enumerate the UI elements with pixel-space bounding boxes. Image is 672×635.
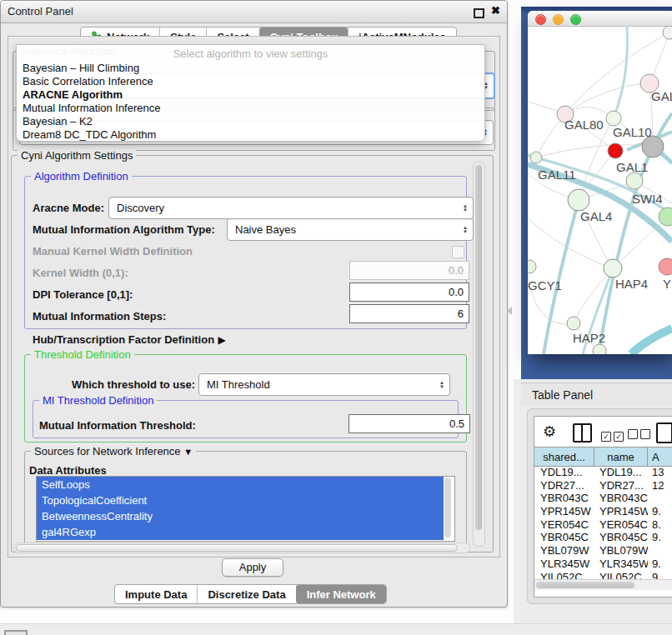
deselect-all-columns-button[interactable]	[628, 428, 650, 442]
network-node-label: GAL4	[580, 209, 612, 223]
mi-threshold-input[interactable]: 0.5	[349, 414, 470, 433]
column-header-shared-name[interactable]: shared...	[534, 448, 594, 466]
network-node[interactable]	[528, 260, 536, 273]
table-cell: YLR345W	[594, 558, 648, 571]
hub-definition-expander[interactable]: Hub/Transcription Factor Definition ▶	[33, 332, 226, 347]
network-node-label: GAL10	[613, 125, 652, 139]
close-traffic-light-icon[interactable]	[535, 14, 546, 25]
network-window-titlebar	[528, 11, 672, 27]
table-cell: 13	[648, 466, 672, 479]
data-attributes-label: Data Attributes	[29, 464, 107, 477]
combo-stepper-icon: ▲▼	[439, 381, 449, 389]
window-title: Control Panel	[8, 1, 73, 22]
network-node[interactable]	[530, 152, 542, 163]
sources-group-label[interactable]: Sources for Network Inference ▼	[31, 445, 196, 458]
network-node[interactable]	[626, 172, 643, 189]
network-edge[interactable]	[528, 155, 672, 215]
scrollbar-thumb[interactable]	[536, 582, 634, 588]
menu-item-aracne[interactable]: ARACNE Algorithm	[17, 88, 484, 102]
settings-horizontal-scrollbar[interactable]	[13, 542, 470, 553]
export-table-button[interactable]	[656, 422, 672, 443]
network-node[interactable]	[567, 317, 580, 330]
panel-splitter-handle[interactable]	[507, 307, 512, 315]
mi-type-label: Mutual Information Algorithm Type:	[33, 223, 215, 236]
network-edge[interactable]	[631, 328, 672, 354]
settings-vertical-scrollbar[interactable]	[473, 162, 485, 547]
tab-discretize-data[interactable]: Discretize Data	[197, 585, 295, 603]
network-canvas[interactable]: GAL8GAL80GAL10GAL11GAL1SWI4GAL4GCY1HAP4Y…	[528, 26, 672, 354]
network-edge[interactable]	[614, 26, 627, 118]
table-row[interactable]: YPR145WYPR145W9.	[534, 505, 672, 518]
table-row[interactable]: YBR043CYBR043C	[534, 492, 672, 505]
which-threshold-combo[interactable]: MI Threshold ▲▼	[198, 373, 450, 396]
menu-item-mutual-information[interactable]: Mutual Information Inference	[17, 102, 484, 115]
menu-item-dream8[interactable]: Dream8 DC_TDC Algorithm	[17, 128, 484, 142]
table-row[interactable]: YBR045CYBR045C9.	[534, 531, 672, 544]
unchecked-checkbox-icon	[628, 429, 638, 439]
menu-item-bayesian-k2[interactable]: Bayesian – K2	[17, 115, 484, 128]
apply-button[interactable]: Apply	[222, 558, 283, 577]
attribute-list-item[interactable]: BetweennessCentrality	[37, 508, 444, 524]
table-cell	[648, 492, 672, 505]
network-node[interactable]	[606, 111, 621, 126]
network-node[interactable]	[604, 259, 622, 278]
tab-infer-network[interactable]: Infer Network	[296, 585, 386, 603]
column-header-partial[interactable]: A	[648, 448, 672, 466]
float-window-icon[interactable]	[474, 8, 484, 18]
column-header-name[interactable]: name	[594, 448, 648, 466]
mi-type-combo[interactable]: Naive Bayes ▲▼	[227, 218, 474, 241]
dpi-tolerance-input[interactable]: 0.0	[349, 282, 469, 302]
minimize-traffic-light-icon[interactable]	[553, 14, 564, 25]
table-row[interactable]: YBL079WYBL079W	[534, 544, 672, 558]
network-node[interactable]	[663, 26, 672, 39]
table-settings-button[interactable]: ⚙	[543, 423, 556, 440]
attribute-list-item[interactable]: SelfLoops	[37, 477, 444, 492]
threshold-definition-label: Threshold Definition	[31, 348, 134, 361]
table-row[interactable]: YDR27...YDR27...12	[534, 479, 672, 492]
table-row[interactable]: YLR345WYLR345W9.	[534, 558, 672, 571]
table-horizontal-scrollbar[interactable]	[534, 579, 672, 590]
network-node-label: Y	[663, 277, 671, 291]
network-node[interactable]	[593, 344, 606, 354]
network-node[interactable]	[659, 258, 672, 275]
mi-type-value: Naive Bayes	[235, 223, 296, 236]
bottom-tabbar: Impute Data Discretize Data Infer Networ…	[114, 584, 387, 604]
tab-infer-network-label: Infer Network	[307, 588, 376, 601]
dpi-tolerance-label: DPI Tolerance [0,1]:	[33, 288, 133, 301]
checked-checkbox-icon: ✓	[614, 432, 624, 442]
manual-kernel-checkbox[interactable]	[452, 246, 464, 258]
close-icon[interactable]: ✖	[491, 4, 500, 17]
combo-stepper-icon: ▲▼	[463, 204, 473, 212]
scrollbar-thumb[interactable]	[16, 544, 458, 552]
scrollbar-thumb[interactable]	[475, 165, 482, 530]
table-cell: YDL19...	[534, 466, 594, 479]
network-node[interactable]	[608, 143, 623, 158]
menu-item-basic-correlation[interactable]: Basic Correlation Inference	[17, 75, 484, 88]
sources-label-text: Sources for Network Inference	[34, 445, 181, 458]
table-cell: 12	[648, 479, 672, 492]
table-cell: 8.	[648, 518, 672, 532]
select-all-columns-button[interactable]: ✓✓	[601, 428, 624, 442]
aracne-mode-combo[interactable]: Discovery ▲▼	[108, 197, 474, 219]
network-node[interactable]	[568, 189, 589, 211]
menu-item-bayesian-hill-climbing[interactable]: Bayesian – Hill Climbing	[17, 62, 484, 75]
network-node-label: GAL80	[564, 118, 604, 132]
table-cell: YBR043C	[594, 492, 648, 505]
bottom-panel-button[interactable]	[4, 630, 28, 635]
column-layout-button[interactable]	[573, 423, 592, 442]
network-edge[interactable]	[565, 83, 649, 114]
kernel-width-input[interactable]: 0.0	[349, 261, 469, 280]
mi-steps-input[interactable]: 6	[349, 304, 469, 323]
table-cell: YDR27...	[534, 479, 594, 492]
attribute-list-item[interactable]: TopologicalCoefficient	[37, 492, 444, 508]
table-row[interactable]: YDL19...YDL19...13	[534, 466, 672, 479]
zoom-traffic-light-icon[interactable]	[570, 14, 581, 25]
table-row[interactable]: YER054CYER054C8.	[534, 518, 672, 532]
attribute-list-item[interactable]: gal4RGexp	[37, 524, 444, 540]
tab-impute-data-label: Impute Data	[125, 588, 187, 601]
attributes-list-scrollbar[interactable]	[444, 478, 451, 538]
mi-steps-label: Mutual Information Steps:	[33, 310, 166, 322]
control-panel-window: Control Panel ✖ Network Style Select Cyn…	[0, 0, 508, 608]
tab-impute-data[interactable]: Impute Data	[115, 585, 197, 603]
attributes-list[interactable]: SelfLoopsTopologicalCoefficientBetweenne…	[36, 476, 455, 542]
